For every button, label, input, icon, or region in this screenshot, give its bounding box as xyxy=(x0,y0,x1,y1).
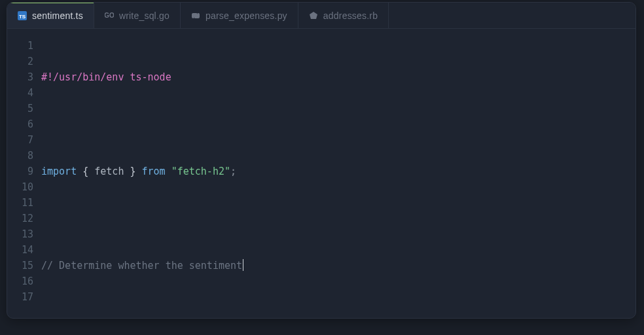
ts-icon: TS xyxy=(18,11,27,20)
line-number: 2 xyxy=(16,54,33,69)
tab-addresses-rb[interactable]: addresses.rb xyxy=(298,3,389,28)
code-area[interactable]: 1234567891011121314151617 #!/usr/bin/env… xyxy=(7,29,635,305)
keyword-import: import xyxy=(41,166,77,177)
line-number: 15 xyxy=(16,258,33,273)
code-line-1: #!/usr/bin/env ts-node xyxy=(41,69,243,85)
string-module: "fetch-h2" xyxy=(171,166,230,177)
line-number: 7 xyxy=(16,132,33,148)
line-number: 12 xyxy=(16,211,33,226)
line-number: 16 xyxy=(16,273,33,289)
tab-label: write_sql.go xyxy=(119,10,170,21)
tab-write-sql-go[interactable]: GO write_sql.go xyxy=(94,3,181,28)
comment-token: // Determine whether the sentiment xyxy=(41,260,242,272)
tab-label: parse_expenses.py xyxy=(206,10,287,21)
svg-marker-3 xyxy=(310,12,317,19)
line-number: 4 xyxy=(16,85,33,101)
line-number: 9 xyxy=(16,164,33,179)
editor-window: TS sentiment.ts GO write_sql.go parse_ex… xyxy=(7,2,636,319)
semicolon: ; xyxy=(230,166,236,177)
text-cursor xyxy=(243,259,243,271)
line-number: 10 xyxy=(16,179,33,195)
line-number: 11 xyxy=(16,195,33,211)
line-number: 1 xyxy=(16,38,33,54)
shebang-token: #!/usr/bin/env ts-node xyxy=(41,71,171,83)
svg-text:GO: GO xyxy=(105,12,114,19)
svg-text:TS: TS xyxy=(19,13,26,19)
keyword-from: from xyxy=(142,166,166,177)
tab-bar: TS sentiment.ts GO write_sql.go parse_ex… xyxy=(7,3,635,29)
line-number: 17 xyxy=(16,289,33,305)
brace-close: } xyxy=(124,166,141,177)
code-line-5: // Determine whether the sentiment xyxy=(41,258,243,273)
tab-parse-expenses-py[interactable]: parse_expenses.py xyxy=(181,3,298,28)
line-gutter: 1234567891011121314151617 xyxy=(16,38,33,305)
line-number: 14 xyxy=(16,242,33,258)
py-icon xyxy=(191,11,200,20)
identifier-fetch: fetch xyxy=(94,166,124,177)
rb-icon xyxy=(309,11,318,20)
code-line-4 xyxy=(41,211,243,226)
go-icon: GO xyxy=(105,11,114,20)
code-line-3: import { fetch } from "fetch-h2"; xyxy=(41,164,243,179)
code-line-2 xyxy=(41,116,243,132)
brace-open: { xyxy=(77,166,94,177)
tab-label: sentiment.ts xyxy=(32,10,83,21)
tab-sentiment-ts[interactable]: TS sentiment.ts xyxy=(7,3,94,28)
line-number: 8 xyxy=(16,148,33,164)
code-content[interactable]: #!/usr/bin/env ts-node import { fetch } … xyxy=(33,38,243,305)
line-number: 13 xyxy=(16,226,33,242)
tab-label: addresses.rb xyxy=(323,10,378,21)
line-number: 3 xyxy=(16,69,33,85)
line-number: 5 xyxy=(16,101,33,116)
line-number: 6 xyxy=(16,116,33,132)
